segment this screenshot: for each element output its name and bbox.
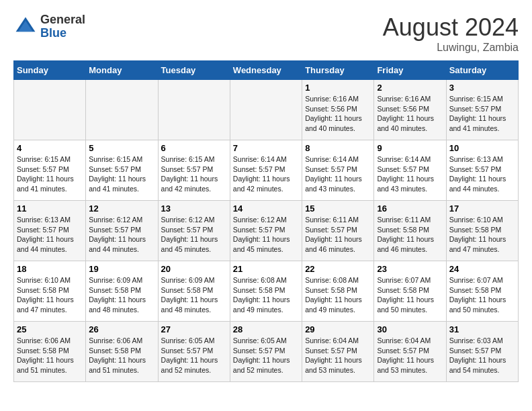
calendar-cell: 10Sunrise: 6:13 AMSunset: 5:57 PMDayligh… bbox=[446, 140, 518, 201]
day-number: 30 bbox=[377, 324, 443, 334]
day-info: Sunrise: 6:09 AMSunset: 5:58 PMDaylight:… bbox=[89, 275, 154, 315]
day-info: Sunrise: 6:13 AMSunset: 5:57 PMDaylight:… bbox=[17, 215, 83, 255]
calendar-cell: 28Sunrise: 6:05 AMSunset: 5:57 PMDayligh… bbox=[230, 322, 302, 382]
location: Luwingu, Zambia bbox=[383, 42, 519, 54]
day-info: Sunrise: 6:08 AMSunset: 5:58 PMDaylight:… bbox=[305, 275, 371, 315]
logo-text: General Blue bbox=[40, 13, 85, 40]
calendar-cell: 12Sunrise: 6:12 AMSunset: 5:57 PMDayligh… bbox=[86, 201, 158, 261]
day-number: 23 bbox=[377, 264, 443, 274]
calendar-cell: 20Sunrise: 6:09 AMSunset: 5:58 PMDayligh… bbox=[158, 261, 230, 322]
calendar-cell: 5Sunrise: 6:15 AMSunset: 5:57 PMDaylight… bbox=[86, 140, 158, 201]
day-info: Sunrise: 6:06 AMSunset: 5:58 PMDaylight:… bbox=[89, 336, 154, 375]
day-info: Sunrise: 6:14 AMSunset: 5:57 PMDaylight:… bbox=[305, 154, 371, 194]
calendar-cell: 14Sunrise: 6:12 AMSunset: 5:57 PMDayligh… bbox=[230, 201, 302, 261]
day-info: Sunrise: 6:15 AMSunset: 5:57 PMDaylight:… bbox=[89, 154, 154, 194]
calendar-cell: 8Sunrise: 6:14 AMSunset: 5:57 PMDaylight… bbox=[302, 140, 374, 201]
calendar-cell: 26Sunrise: 6:06 AMSunset: 5:58 PMDayligh… bbox=[86, 322, 158, 382]
day-info: Sunrise: 6:14 AMSunset: 5:57 PMDaylight:… bbox=[377, 154, 443, 194]
week-row-5: 25Sunrise: 6:06 AMSunset: 5:58 PMDayligh… bbox=[14, 322, 519, 382]
day-number: 12 bbox=[89, 203, 154, 214]
day-number: 9 bbox=[377, 143, 443, 153]
day-number: 2 bbox=[377, 83, 443, 93]
calendar-cell bbox=[14, 80, 86, 140]
weekday-header-tuesday: Tuesday bbox=[158, 61, 230, 80]
day-number: 5 bbox=[89, 143, 154, 153]
day-number: 20 bbox=[161, 264, 227, 274]
calendar-cell bbox=[230, 80, 302, 140]
calendar-cell: 19Sunrise: 6:09 AMSunset: 5:58 PMDayligh… bbox=[86, 261, 158, 322]
calendar-cell: 11Sunrise: 6:13 AMSunset: 5:57 PMDayligh… bbox=[14, 201, 86, 261]
calendar-cell: 24Sunrise: 6:07 AMSunset: 5:58 PMDayligh… bbox=[446, 261, 518, 322]
calendar-cell: 17Sunrise: 6:10 AMSunset: 5:58 PMDayligh… bbox=[446, 201, 518, 261]
weekday-header-row: SundayMondayTuesdayWednesdayThursdayFrid… bbox=[14, 61, 519, 80]
weekday-header-friday: Friday bbox=[374, 61, 446, 80]
day-info: Sunrise: 6:12 AMSunset: 5:57 PMDaylight:… bbox=[161, 215, 227, 255]
logo: General Blue bbox=[13, 13, 85, 40]
day-info: Sunrise: 6:11 AMSunset: 5:58 PMDaylight:… bbox=[377, 215, 443, 255]
day-number: 11 bbox=[17, 203, 83, 214]
day-info: Sunrise: 6:16 AMSunset: 5:56 PMDaylight:… bbox=[305, 94, 371, 134]
day-number: 26 bbox=[89, 324, 154, 334]
day-number: 27 bbox=[161, 324, 227, 334]
day-number: 24 bbox=[449, 264, 515, 274]
day-info: Sunrise: 6:05 AMSunset: 5:57 PMDaylight:… bbox=[161, 336, 227, 375]
calendar-cell: 27Sunrise: 6:05 AMSunset: 5:57 PMDayligh… bbox=[158, 322, 230, 382]
day-number: 16 bbox=[377, 203, 443, 214]
day-info: Sunrise: 6:14 AMSunset: 5:57 PMDaylight:… bbox=[233, 154, 299, 194]
calendar-cell: 4Sunrise: 6:15 AMSunset: 5:57 PMDaylight… bbox=[14, 140, 86, 201]
day-info: Sunrise: 6:07 AMSunset: 5:58 PMDaylight:… bbox=[377, 275, 443, 315]
week-row-4: 18Sunrise: 6:10 AMSunset: 5:58 PMDayligh… bbox=[14, 261, 519, 322]
calendar-cell: 23Sunrise: 6:07 AMSunset: 5:58 PMDayligh… bbox=[374, 261, 446, 322]
day-number: 8 bbox=[305, 143, 371, 153]
calendar-cell: 22Sunrise: 6:08 AMSunset: 5:58 PMDayligh… bbox=[302, 261, 374, 322]
day-info: Sunrise: 6:03 AMSunset: 5:57 PMDaylight:… bbox=[449, 336, 515, 375]
calendar-cell: 16Sunrise: 6:11 AMSunset: 5:58 PMDayligh… bbox=[374, 201, 446, 261]
page-header: General Blue August 2024 Luwingu, Zambia bbox=[13, 13, 519, 54]
calendar-cell: 15Sunrise: 6:11 AMSunset: 5:57 PMDayligh… bbox=[302, 201, 374, 261]
day-number: 6 bbox=[161, 143, 227, 153]
calendar-cell: 6Sunrise: 6:15 AMSunset: 5:57 PMDaylight… bbox=[158, 140, 230, 201]
day-number: 4 bbox=[17, 143, 83, 153]
calendar-cell: 30Sunrise: 6:04 AMSunset: 5:57 PMDayligh… bbox=[374, 322, 446, 382]
day-number: 28 bbox=[233, 324, 299, 334]
day-info: Sunrise: 6:15 AMSunset: 5:57 PMDaylight:… bbox=[17, 154, 83, 194]
calendar-cell: 9Sunrise: 6:14 AMSunset: 5:57 PMDaylight… bbox=[374, 140, 446, 201]
weekday-header-wednesday: Wednesday bbox=[230, 61, 302, 80]
day-number: 15 bbox=[305, 203, 371, 214]
calendar-cell: 3Sunrise: 6:15 AMSunset: 5:57 PMDaylight… bbox=[446, 80, 518, 140]
day-info: Sunrise: 6:06 AMSunset: 5:58 PMDaylight:… bbox=[17, 336, 83, 375]
calendar-cell: 13Sunrise: 6:12 AMSunset: 5:57 PMDayligh… bbox=[158, 201, 230, 261]
day-info: Sunrise: 6:07 AMSunset: 5:58 PMDaylight:… bbox=[449, 275, 515, 315]
weekday-header-saturday: Saturday bbox=[446, 61, 518, 80]
week-row-2: 4Sunrise: 6:15 AMSunset: 5:57 PMDaylight… bbox=[14, 140, 519, 201]
day-info: Sunrise: 6:16 AMSunset: 5:56 PMDaylight:… bbox=[377, 94, 443, 134]
day-info: Sunrise: 6:04 AMSunset: 5:57 PMDaylight:… bbox=[305, 336, 371, 375]
day-info: Sunrise: 6:12 AMSunset: 5:57 PMDaylight:… bbox=[233, 215, 299, 255]
day-number: 31 bbox=[449, 324, 515, 334]
day-number: 10 bbox=[449, 143, 515, 153]
day-number: 14 bbox=[233, 203, 299, 214]
weekday-header-thursday: Thursday bbox=[302, 61, 374, 80]
title-block: August 2024 Luwingu, Zambia bbox=[383, 13, 519, 54]
day-number: 3 bbox=[449, 83, 515, 93]
calendar-cell: 1Sunrise: 6:16 AMSunset: 5:56 PMDaylight… bbox=[302, 80, 374, 140]
day-info: Sunrise: 6:08 AMSunset: 5:58 PMDaylight:… bbox=[233, 275, 299, 315]
calendar-cell: 31Sunrise: 6:03 AMSunset: 5:57 PMDayligh… bbox=[446, 322, 518, 382]
weekday-header-monday: Monday bbox=[86, 61, 158, 80]
day-info: Sunrise: 6:12 AMSunset: 5:57 PMDaylight:… bbox=[89, 215, 154, 255]
calendar-cell: 25Sunrise: 6:06 AMSunset: 5:58 PMDayligh… bbox=[14, 322, 86, 382]
calendar-cell: 21Sunrise: 6:08 AMSunset: 5:58 PMDayligh… bbox=[230, 261, 302, 322]
day-number: 1 bbox=[305, 83, 371, 93]
calendar-table: SundayMondayTuesdayWednesdayThursdayFrid… bbox=[13, 60, 519, 382]
week-row-3: 11Sunrise: 6:13 AMSunset: 5:57 PMDayligh… bbox=[14, 201, 519, 261]
day-number: 13 bbox=[161, 203, 227, 214]
day-info: Sunrise: 6:10 AMSunset: 5:58 PMDaylight:… bbox=[449, 215, 515, 255]
day-info: Sunrise: 6:13 AMSunset: 5:57 PMDaylight:… bbox=[449, 154, 515, 194]
day-number: 17 bbox=[449, 203, 515, 214]
day-info: Sunrise: 6:09 AMSunset: 5:58 PMDaylight:… bbox=[161, 275, 227, 315]
logo-general: General bbox=[40, 13, 85, 26]
day-info: Sunrise: 6:15 AMSunset: 5:57 PMDaylight:… bbox=[449, 94, 515, 134]
calendar-cell: 29Sunrise: 6:04 AMSunset: 5:57 PMDayligh… bbox=[302, 322, 374, 382]
logo-blue: Blue bbox=[40, 26, 66, 40]
day-info: Sunrise: 6:11 AMSunset: 5:57 PMDaylight:… bbox=[305, 215, 371, 255]
